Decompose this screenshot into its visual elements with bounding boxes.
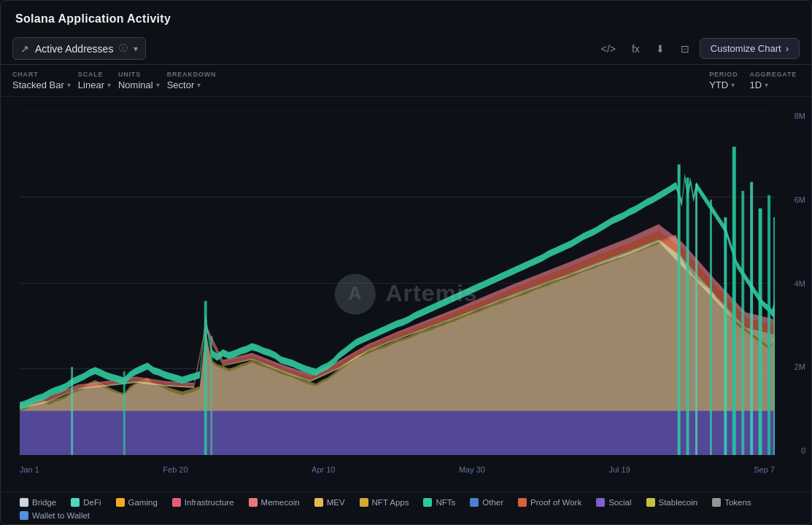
legend-item-social[interactable]: Social [596,498,631,507]
legend-dot-infrastructure [172,498,181,507]
period-value: YTD [709,79,728,90]
metric-icon: ↗ [20,43,29,55]
legend-dot-defi [71,498,80,507]
breakdown-value: Sector [167,79,195,90]
y-label-0: 0 [801,446,805,455]
x-axis-labels: Jan 1 Feb 20 Apr 10 May 30 Jul 19 Sep 7 [20,465,775,474]
chart-select[interactable]: Stacked Bar ▾ [12,79,71,90]
chart-area: 8M 6M 4M 2M 0 [1,97,811,491]
period-label: PERIOD [709,71,738,78]
legend-dot-nft-apps [360,498,368,507]
legend-item-tokens[interactable]: Tokens [712,498,751,507]
legend-dot-mev [314,498,323,507]
x-label-feb20: Feb 20 [163,465,187,474]
aggregate-chevron-icon: ▾ [765,81,768,89]
legend-item-wallet-to-wallet[interactable]: Wallet to Wallet [20,511,90,520]
legend-item-other[interactable]: Other [470,498,503,507]
legend-dot-bridge [20,498,28,507]
chart-label: CHART [12,71,71,78]
legend-label-tokens: Tokens [724,498,751,507]
legend-label-wallet-to-wallet: Wallet to Wallet [32,511,90,520]
legend-label-defi: DeFi [83,498,101,507]
period-group: PERIOD YTD ▾ AGGREGATE 1D ▾ [709,71,800,90]
x-label-apr10: Apr 10 [312,465,335,474]
code-icon[interactable]: </> [598,40,619,58]
y-axis-labels: 8M 6M 4M 2M 0 [794,112,805,455]
units-chevron-icon: ▾ [156,81,160,89]
legend-label-social: Social [608,498,631,507]
legend-item-gaming[interactable]: Gaming [116,498,158,507]
units-select[interactable]: Nominal ▾ [118,79,160,90]
scale-label: SCALE [78,71,111,78]
legend-item-nft-apps[interactable]: NFT Apps [360,498,409,507]
legend-label-mev: MEV [327,498,345,507]
legend-label-nft-apps: NFT Apps [372,498,409,507]
x-label-may30: May 30 [459,465,485,474]
chart-svg-area [20,112,775,455]
y-label-4m: 4M [794,279,805,288]
app-title: Solana Application Activity [1,1,811,33]
legend-label-stablecoin: Stablecoin [659,498,698,507]
info-icon[interactable]: ⓘ [119,42,128,55]
download-icon[interactable]: ⬇ [653,40,668,58]
breakdown-label: BREAKDOWN [167,71,217,78]
metric-chevron-icon: ▾ [134,44,138,54]
legend-label-infrastructure: Infrastructure [185,498,234,507]
scale-value: Linear [78,79,104,90]
legend-dot-social [596,498,605,507]
legend-item-mev[interactable]: MEV [314,498,345,507]
period-select[interactable]: YTD ▾ [709,79,738,90]
legend-row: Bridge DeFi Gaming Infrastructure Memeco… [1,491,811,524]
chart-chevron-icon: ▾ [67,81,71,89]
legend-item-stablecoin[interactable]: Stablecoin [646,498,698,507]
legend-item-pow[interactable]: Proof of Work [518,498,581,507]
legend-dot-nfts [423,498,432,507]
chart-svg [20,112,775,455]
scale-chevron-icon: ▾ [107,81,111,89]
legend-item-memecoin[interactable]: Memecoin [249,498,300,507]
legend-label-other: Other [482,498,503,507]
aggregate-select[interactable]: 1D ▾ [749,79,797,90]
metric-selector[interactable]: ↗ Active Addresses ⓘ ▾ [12,37,146,60]
legend-dot-tokens [712,498,721,507]
legend-dot-pow [518,498,527,507]
period-control: PERIOD YTD ▾ [709,71,738,90]
units-value: Nominal [118,79,153,90]
scale-select[interactable]: Linear ▾ [78,79,111,90]
legend-item-nfts[interactable]: NFTs [423,498,455,507]
legend-label-bridge: Bridge [32,498,56,507]
aggregate-value: 1D [749,79,762,90]
breakdown-select[interactable]: Sector ▾ [167,79,217,90]
x-label-sep7: Sep 7 [754,465,775,474]
legend-label-pow: Proof of Work [530,498,581,507]
units-control: UNITS Nominal ▾ [118,71,160,90]
customize-chart-button[interactable]: Customize Chart › [700,38,800,59]
header-row: ↗ Active Addresses ⓘ ▾ </> fx ⬇ ⊡ Custom… [1,33,811,65]
y-label-6m: 6M [794,195,805,204]
camera-icon[interactable]: ⊡ [678,40,692,58]
legend-dot-wallet-to-wallet [20,511,28,520]
legend-label-gaming: Gaming [128,498,158,507]
controls-row: CHART Stacked Bar ▾ SCALE Linear ▾ UNITS… [1,65,811,97]
breakdown-chevron-icon: ▾ [197,81,201,89]
legend-item-infrastructure[interactable]: Infrastructure [172,498,234,507]
units-label: UNITS [118,71,160,78]
chart-inner: 8M 6M 4M 2M 0 [1,104,811,491]
legend-item-defi[interactable]: DeFi [71,498,101,507]
chart-control: CHART Stacked Bar ▾ [12,71,71,90]
legend-dot-gaming [116,498,125,507]
metric-label: Active Addresses [35,43,113,55]
legend-dot-stablecoin [646,498,655,507]
y-label-8m: 8M [794,112,805,120]
legend-item-bridge[interactable]: Bridge [20,498,56,507]
aggregate-label: AGGREGATE [749,71,797,78]
breakdown-control: BREAKDOWN Sector ▾ [167,71,217,90]
x-label-jul19: Jul 19 [608,465,630,474]
y-label-2m: 2M [794,362,805,371]
legend-label-memecoin: Memecoin [261,498,300,507]
legend-dot-other [470,498,479,507]
app-container: Solana Application Activity ↗ Active Add… [0,0,812,525]
fx-icon[interactable]: fx [629,40,643,58]
header-icons: </> fx ⬇ ⊡ [598,40,692,58]
legend-dot-memecoin [249,498,258,507]
